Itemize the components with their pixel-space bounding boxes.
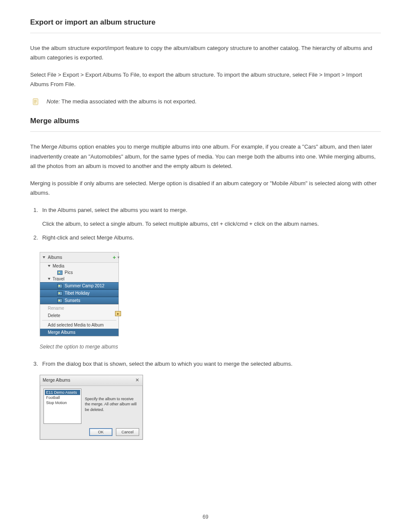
dialog-titlebar: Merge Albums ✕ [40, 375, 143, 386]
tree-item-summer[interactable]: Summer Camp 2012 [40, 282, 118, 289]
add-album-icon[interactable]: + [112, 254, 116, 261]
album-icon [57, 284, 62, 288]
chevron-down-icon[interactable] [43, 256, 45, 258]
step-1: In the Albums panel, select the albums y… [40, 205, 381, 229]
merge-desc-1: The Merge Albums option enables you to m… [30, 142, 381, 171]
ctx-merge-albums[interactable]: Merge Albums [40, 329, 118, 336]
album-icon [57, 271, 62, 275]
ctx-addmedia[interactable]: Add selected Media to Album [40, 321, 118, 329]
step-3: From the dialog box that is shown, selec… [40, 359, 381, 369]
context-menu: Rename Delete ▸ Add selected Media to Al… [40, 304, 118, 336]
list-item[interactable]: E11 Demo Assets [45, 390, 80, 395]
ok-button[interactable]: OK [89, 428, 112, 436]
merge-desc-text: Specify the album to receive the merge. … [85, 389, 139, 424]
albums-label: Albums [48, 255, 62, 260]
submenu-icon: ▸ [115, 311, 121, 316]
section-rule-2 [30, 131, 381, 132]
list-item[interactable]: Football [45, 395, 80, 400]
export-desc-2: Select File > Export > Export Albums To … [30, 70, 381, 89]
chevron-down-icon [48, 265, 50, 267]
section-title-export: Export or import an album structure [30, 18, 381, 27]
close-icon[interactable]: ✕ [134, 377, 140, 383]
list-item[interactable]: Stop Motion [45, 400, 80, 405]
ctx-delete[interactable]: Delete [40, 312, 118, 319]
note-row: Note: The media associated with the albu… [30, 97, 381, 106]
albums-header: Albums + [40, 252, 118, 263]
section-title-merge: Merge albums [30, 117, 381, 125]
caption-merge-option: Select the option to merge albums [40, 342, 381, 351]
tree-item-sunsets[interactable]: Sunsets [40, 297, 118, 304]
tree-item-tibet[interactable]: Tibet Holiday [40, 289, 118, 297]
section-rule [30, 33, 381, 33]
ctx-separator [42, 320, 116, 320]
tree-item-pics[interactable]: Pics [40, 269, 118, 276]
merge-albums-dialog: Merge Albums ✕ E11 Demo Assets Football … [40, 375, 143, 440]
merge-target-list[interactable]: E11 Demo Assets Football Stop Motion [44, 389, 81, 424]
merge-desc-2: Merging is possible if only albums are s… [30, 179, 381, 198]
note-text: Note: The media associated with the albu… [47, 97, 196, 106]
tree-item-media[interactable]: Media [40, 263, 118, 269]
page-number: 69 [0, 514, 411, 520]
chevron-down-icon [48, 278, 50, 280]
cancel-button[interactable]: Cancel [116, 428, 139, 436]
export-desc-1: Use the album structure export/import fe… [30, 44, 381, 62]
albums-panel-screenshot: Albums + Media Pics Travel Summer Camp 2… [40, 252, 119, 336]
dialog-title: Merge Albums [43, 378, 70, 383]
note-icon [31, 97, 40, 106]
album-icon [57, 299, 62, 303]
album-icon [57, 291, 62, 296]
ctx-rename[interactable]: Rename [40, 305, 118, 312]
step-2: Right-click and select Merge Albums. [40, 233, 381, 243]
tree-item-travel[interactable]: Travel [40, 276, 118, 282]
